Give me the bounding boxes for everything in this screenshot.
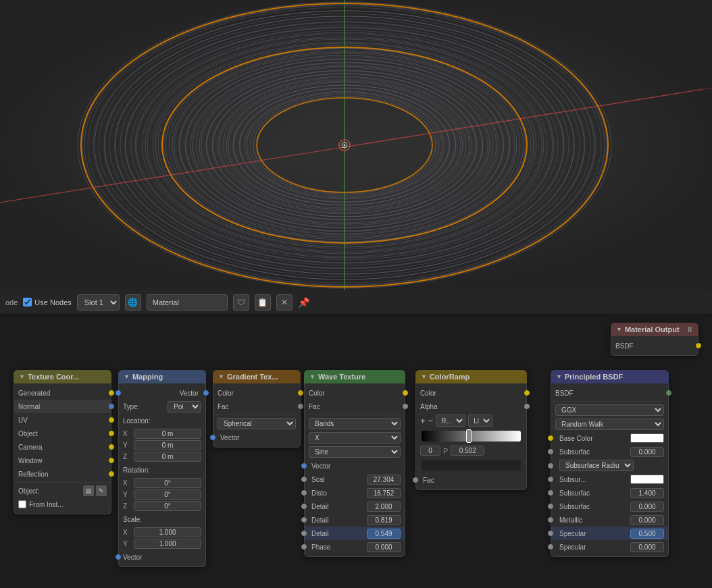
principled-metallic-row: Metallic 0.000 (551, 513, 668, 527)
use-nodes-checkbox[interactable] (23, 298, 32, 306)
tc-from-inst-checkbox[interactable] (18, 500, 26, 508)
mapping-loc-y-row: Y 0 m (123, 439, 201, 451)
principled-ss2-row: Subsurfac 1.400 (551, 486, 668, 500)
wave-phase-socket (301, 544, 307, 550)
principled-ss-method-dropdown[interactable]: Random Walk (555, 419, 664, 430)
gradient-color-socket (298, 390, 303, 396)
gradient-node[interactable]: ▼ Gradient Tex... Color Fac Spherical (213, 370, 301, 448)
colorramp-node[interactable]: ▼ ColorRamp Color Alpha + − R. (415, 370, 527, 490)
material-output-node[interactable]: ▼ Material Output ⏸ BSDF (611, 323, 698, 356)
mapping-scale-x-label: X (123, 529, 131, 536)
mapping-loc-z-row: Z 0 m (123, 451, 201, 462)
mapping-type-dropdown[interactable]: Poi (168, 401, 201, 412)
principled-node[interactable]: ▼ Principled BSDF BSDF GGX (551, 370, 669, 557)
close-icon-btn[interactable]: ✕ (276, 294, 293, 311)
principled-basecolor-swatch[interactable] (630, 433, 664, 443)
wave-bands-row: Bands (305, 417, 405, 431)
principled-ss3-value[interactable]: 0.000 (630, 502, 664, 512)
gradient-title: Gradient Tex... (227, 373, 278, 381)
cr-pos-value[interactable]: 0 (420, 446, 440, 456)
gradient-type-dropdown[interactable]: Spherical (218, 418, 296, 429)
mapping-vector-in2-label: Vector (123, 554, 201, 561)
principled-ss-value[interactable]: 0.000 (630, 447, 664, 457)
tc-window-label: Window (18, 457, 107, 464)
material-output-title: Material Output (625, 325, 680, 333)
wave-x-dropdown[interactable]: X (309, 432, 401, 444)
wave-detail-rough-value[interactable]: 0.549 (367, 529, 401, 539)
copy-icon-btn[interactable]: 📋 (255, 294, 271, 311)
wave-bands-dropdown[interactable]: Bands (309, 418, 401, 429)
mapping-loc-y-value[interactable]: 0 m (134, 440, 201, 450)
mapping-loc-z-value[interactable]: 0 m (134, 452, 201, 462)
principled-ss2-value[interactable]: 1.400 (630, 488, 664, 498)
wave-scale-value[interactable]: 27.304 (367, 475, 401, 485)
tc-obj-icon[interactable]: ▤ (83, 485, 94, 496)
tc-window-row: Window (14, 454, 111, 467)
tc-normal-socket (109, 404, 114, 409)
cr-handle[interactable] (466, 429, 472, 443)
mapping-rot-x-value[interactable]: 0° (134, 478, 201, 488)
wave-collapse: ▼ (309, 373, 315, 380)
cr-remove-btn[interactable]: − (428, 416, 434, 426)
tc-normal-row: Normal (14, 400, 111, 413)
principled-ssr-dropdown[interactable]: Subsurface Radius (559, 460, 634, 471)
wave-scale-row: Scal 27.304 (305, 473, 405, 486)
principled-title: Principled BSDF (565, 373, 623, 381)
shield-icon-btn[interactable]: 🛡 (233, 294, 249, 311)
wave-color-row: Color (305, 386, 405, 400)
pin-btn[interactable]: 📌 (298, 297, 309, 308)
cr-interp-dropdown[interactable]: R... (436, 415, 465, 427)
wave-node[interactable]: ▼ Wave Texture Color Fac Bands (304, 370, 405, 557)
use-nodes-wrap[interactable]: Use Nodes (23, 298, 71, 306)
principled-ssr-row: Subsurface Radius (551, 458, 668, 473)
cr-bar[interactable] (422, 431, 521, 442)
principled-basecolor-row: Base Color (551, 431, 668, 445)
svg-point-65 (344, 144, 346, 146)
wave-sine-dropdown[interactable]: Sine (309, 446, 401, 458)
mapping-scale-y-value[interactable]: 1.000 (134, 539, 201, 549)
mapping-loc-x-value[interactable]: 0 m (134, 429, 201, 439)
principled-subsur-swatch[interactable] (630, 475, 664, 484)
wave-detail-scale-value[interactable]: 0.819 (367, 515, 401, 525)
cr-color-socket (524, 390, 530, 396)
cr-point-value[interactable]: 0.502 (451, 446, 484, 456)
mapping-header: ▼ Mapping (118, 370, 206, 383)
cr-add-btn[interactable]: + (420, 416, 426, 426)
mapping-rotation-label: Rotation: (123, 466, 201, 474)
tc-object-input-row: Object: ▤ ✎ (14, 484, 111, 498)
wave-detail-value[interactable]: 2.000 (367, 502, 401, 512)
tc-obj-input-label: Object: (18, 487, 80, 495)
principled-specular2-value[interactable]: 0.000 (630, 542, 664, 552)
colorramp-title: ColorRamp (430, 373, 469, 381)
mapping-vector-label: Vector (123, 390, 201, 397)
tc-obj-picker[interactable]: ✎ (96, 485, 107, 496)
mapping-rot-z-row: Z 0° (123, 500, 201, 512)
cr-mode-dropdown[interactable]: Li (468, 415, 492, 427)
use-nodes-label: Use Nodes (34, 298, 71, 306)
tc-from-inst-row: From Inst... (14, 498, 111, 511)
mapping-rotation-row: Rotation: (119, 463, 205, 477)
gradient-type-row: Spherical (213, 417, 300, 431)
principled-specular-value[interactable]: 0.500 (630, 529, 664, 539)
output-surface-row: BSDF (611, 339, 698, 352)
mapping-node[interactable]: ▼ Mapping Vector Type: Poi (118, 370, 206, 567)
principled-dist-dropdown[interactable]: GGX (555, 404, 664, 416)
mapping-rot-y-value[interactable]: 0° (134, 489, 201, 500)
principled-ss-method-row: Random Walk (551, 417, 668, 431)
mapping-scale-x-value[interactable]: 1.000 (134, 527, 201, 537)
wave-color-label: Color (309, 390, 401, 397)
principled-specular2-socket (548, 544, 553, 550)
principled-metallic-value[interactable]: 0.000 (630, 515, 664, 525)
wave-phase-value[interactable]: 0.000 (367, 542, 401, 552)
principled-basecolor-label: Base Color (555, 435, 628, 442)
texture-coord-node[interactable]: ▼ Texture Coor... Generated Normal UV Ob… (14, 370, 111, 514)
slot-dropdown[interactable]: Slot 1 (77, 294, 120, 311)
mapping-body: Vector Type: Poi Location: X (118, 383, 206, 567)
gradient-color-row: Color (213, 386, 300, 400)
principled-header: ▼ Principled BSDF (551, 370, 669, 383)
mapping-rot-z-value[interactable]: 0° (134, 501, 201, 511)
material-name-input[interactable] (147, 294, 228, 311)
wave-detail-scale-row: Detail 0.819 (305, 513, 405, 527)
world-icon-btn[interactable]: 🌐 (125, 294, 141, 311)
wave-disto-value[interactable]: 16.752 (367, 488, 401, 498)
